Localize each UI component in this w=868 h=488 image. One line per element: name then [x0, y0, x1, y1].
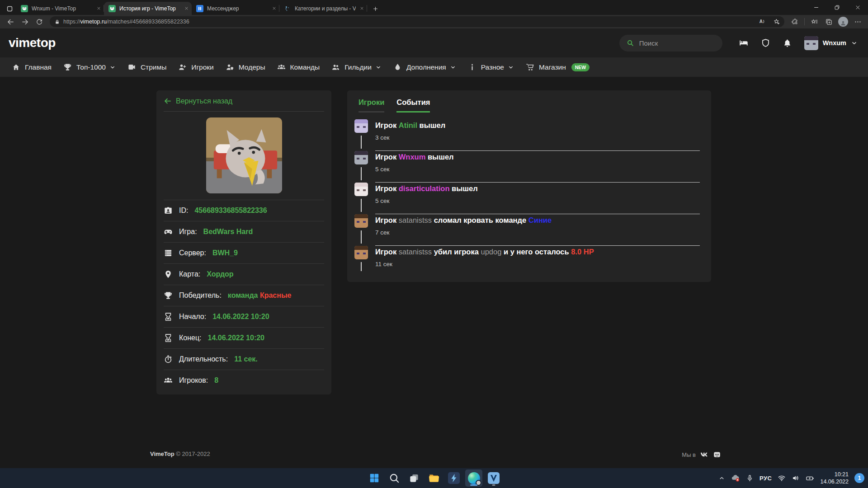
nav-item-players[interactable]: Игроки	[172, 57, 219, 77]
nav-item-addons[interactable]: Дополнения	[387, 57, 462, 77]
username: Wnxum	[823, 39, 846, 47]
match-detail-row: Игроков:8	[164, 370, 324, 391]
nav-item-label: Гильдии	[344, 63, 372, 71]
restore-button[interactable]	[826, 0, 847, 15]
event-player-avatar[interactable]	[354, 246, 368, 259]
nav-item-label: Дополнения	[406, 63, 446, 71]
close-tab-icon[interactable]	[96, 6, 101, 11]
taskbar-clock[interactable]: 10:21 14.06.2022	[820, 471, 849, 486]
microphone-icon[interactable]	[746, 474, 754, 482]
browser-tab[interactable]: Категории и разделы - VimeWo	[279, 2, 367, 15]
user-plus-icon	[178, 63, 187, 71]
detail-label: Длительность:	[179, 355, 228, 363]
browser-tab[interactable]: Мессенджер	[192, 2, 279, 15]
tab-events[interactable]: События	[396, 98, 430, 113]
address-bar[interactable]: https://vimetop.ru/matches#4566893368558…	[50, 16, 784, 27]
new-tab-button[interactable]	[369, 2, 382, 15]
search-box[interactable]	[619, 35, 722, 52]
close-tab-icon[interactable]	[359, 6, 364, 11]
taskbar-app-task-view[interactable]	[406, 469, 423, 487]
search-input[interactable]	[639, 39, 707, 47]
panel-tabs: Игроки События	[347, 98, 711, 113]
nav-item-teams[interactable]: Команды	[271, 57, 326, 77]
close-icon	[272, 6, 277, 11]
security-shield-icon[interactable]	[761, 38, 770, 48]
mappin-icon	[164, 270, 173, 279]
toolbar-divider	[804, 18, 805, 25]
site-logo[interactable]: vimetop	[9, 36, 56, 50]
stopwatch-icon	[164, 355, 173, 364]
nav-item-shop[interactable]: МагазинNEW	[520, 57, 595, 77]
footer-copyright: VimeTop © 2017-2022	[150, 450, 210, 457]
browser-tab[interactable]: Wnxum - VimeTop	[16, 2, 104, 15]
detail-value: 8	[214, 376, 218, 385]
wifi-icon[interactable]	[778, 474, 786, 482]
detail-label: Конец:	[179, 334, 202, 342]
back-button[interactable]	[4, 16, 17, 28]
page-content: Вернуться назад	[0, 77, 868, 468]
discord-icon[interactable]	[713, 450, 721, 459]
event-list: Игрок Atinil вышел3 секИгрок Wnxum вышел…	[347, 113, 711, 277]
nav-item-top-1000[interactable]: Топ-1000	[57, 57, 122, 77]
close-tab-icon[interactable]	[184, 6, 189, 11]
avatar-pixel	[363, 253, 366, 254]
chevron-down-icon	[851, 40, 858, 47]
onedrive-error-icon[interactable]	[731, 474, 740, 483]
tab-players[interactable]: Игроки	[359, 98, 384, 113]
favicon-vimeworld-icon	[284, 5, 291, 12]
browser-tab[interactable]: История игр - VimeTop	[104, 2, 192, 15]
collections-icon[interactable]	[822, 16, 835, 28]
main-nav: ГлавнаяТоп-1000СтримыИгрокиМодерыКоманды…	[0, 57, 868, 77]
windows-taskbar: РУС 10:21 14.06.2022 1	[0, 468, 868, 488]
event-player-avatar[interactable]	[354, 214, 368, 228]
extensions-icon[interactable]	[788, 16, 802, 28]
minimize-button[interactable]	[806, 0, 826, 15]
taskbar-app-edge[interactable]	[465, 469, 482, 487]
volume-icon[interactable]	[792, 474, 800, 482]
notifications-bell-icon[interactable]	[783, 38, 792, 48]
nav-item-home[interactable]: Главная	[6, 57, 57, 77]
winsearch-icon	[388, 472, 400, 484]
hidden-icons-chevron-icon[interactable]	[718, 475, 725, 482]
tab-actions-button[interactable]	[3, 2, 16, 15]
nav-item-guilds[interactable]: Гильдии	[326, 57, 387, 77]
notification-count-badge[interactable]: 1	[854, 473, 864, 483]
close-button[interactable]	[847, 0, 868, 15]
nav-item-label: Игроки	[191, 63, 213, 71]
taskbar-app-win-search[interactable]	[386, 469, 403, 487]
forward-button[interactable]	[18, 16, 32, 28]
match-detail-row: Игра:BedWars Hard	[164, 221, 324, 242]
favorites-icon[interactable]	[807, 16, 821, 28]
server-icon	[164, 249, 173, 258]
nav-item-streams[interactable]: Стримы	[122, 57, 172, 77]
match-detail-row: Начало:14.06.2022 10:20	[164, 306, 324, 327]
detail-label: Карта:	[179, 270, 200, 278]
browser-menu-icon[interactable]	[851, 16, 864, 28]
add-favorite-icon[interactable]	[771, 17, 783, 27]
taskbar-app-file-explorer[interactable]	[425, 469, 443, 487]
user-menu[interactable]: Wnxum	[804, 36, 858, 50]
avatar-pixel	[354, 214, 368, 218]
avatar-pixel	[357, 221, 359, 223]
battery-charging-icon[interactable]	[806, 474, 814, 483]
nav-item-moders[interactable]: Модеры	[220, 57, 271, 77]
refresh-button[interactable]	[33, 16, 46, 28]
taskbar-app-start[interactable]	[366, 469, 383, 487]
read-aloud-icon[interactable]: A	[756, 17, 768, 27]
detail-label: ID:	[179, 206, 188, 215]
event-player-avatar[interactable]	[354, 151, 368, 164]
nav-item-misc[interactable]: Разное	[462, 57, 520, 77]
taskbar-app-vime-launcher[interactable]	[445, 469, 462, 487]
browser-profile-avatar[interactable]	[836, 16, 850, 28]
tab-title: Категории и разделы - VimeWo	[295, 5, 356, 12]
avatar-pixel	[354, 119, 368, 123]
language-indicator[interactable]: РУС	[760, 475, 772, 482]
close-tab-icon[interactable]	[272, 6, 277, 11]
taskbar-app-vimeworld[interactable]	[485, 469, 502, 487]
running-indicator	[470, 484, 477, 486]
vk-icon[interactable]	[700, 450, 709, 459]
event-player-avatar[interactable]	[354, 119, 368, 133]
back-link[interactable]: Вернуться назад	[164, 97, 232, 105]
matches-bed-icon[interactable]	[739, 38, 749, 48]
event-player-avatar[interactable]	[354, 183, 368, 196]
